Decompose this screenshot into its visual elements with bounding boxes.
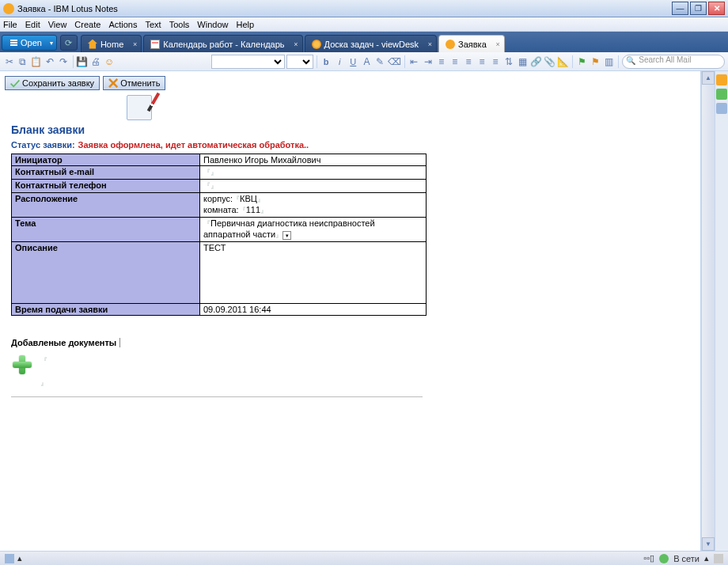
copy-icon[interactable]: ⧉ [17, 55, 28, 69]
tab-calendar[interactable]: Календарь работ - Календарь× [143, 35, 302, 52]
board-icon [312, 40, 321, 49]
font-select[interactable] [211, 55, 285, 69]
scroll-down-icon[interactable]: ▼ [702, 537, 715, 551]
divider [11, 396, 423, 397]
numbering-icon[interactable]: ≡ [449, 55, 461, 69]
window-title: Заявка - IBM Lotus Notes [17, 4, 672, 13]
bullets-icon[interactable]: ≡ [435, 55, 447, 69]
close-button[interactable]: ✕ [708, 2, 725, 15]
phone-label: Контактный телефон [12, 180, 200, 193]
attachment-placeholder: 『』 [36, 354, 47, 389]
initiator-label: Инициатор [12, 154, 200, 166]
attach-icon[interactable]: 📎 [544, 55, 555, 69]
indent-left-icon[interactable]: ⇤ [408, 55, 420, 69]
rss-icon[interactable] [716, 74, 727, 85]
form-title: Бланк заявки [11, 123, 689, 136]
print-icon[interactable]: 🖨 [90, 55, 102, 69]
paste-icon[interactable]: 📋 [30, 55, 42, 69]
align-right-icon[interactable]: ≡ [490, 55, 502, 69]
menu-file[interactable]: File [3, 20, 17, 29]
search-input[interactable]: Search All Mail [622, 55, 725, 69]
table-icon[interactable]: ▦ [517, 55, 529, 69]
redo-icon[interactable]: ↷ [57, 55, 69, 69]
cancel-button[interactable]: Отменить [103, 76, 165, 90]
subject-field[interactable]: 『Первичная диагностика неисправностей ап… [200, 218, 427, 242]
more-icon[interactable]: ▥ [603, 55, 615, 69]
menu-edit[interactable]: Edit [25, 20, 40, 29]
link-icon[interactable]: 🔗 [530, 55, 542, 69]
sametime-icon[interactable] [716, 89, 727, 100]
menu-view[interactable]: View [48, 20, 67, 29]
scroll-up-icon[interactable]: ▲ [702, 71, 715, 85]
menu-help[interactable]: Help [236, 20, 254, 29]
tab-home[interactable]: Home× [81, 35, 142, 52]
tab-taskboard[interactable]: Доска задач - viewDesk× [305, 35, 437, 52]
indent-right-icon[interactable]: ⇥ [422, 55, 434, 69]
smiley-icon[interactable]: ☺ [104, 55, 116, 69]
menu-tools[interactable]: Tools [169, 20, 190, 29]
phone-field[interactable]: 『』 [200, 180, 427, 193]
form-header-icon [127, 95, 152, 120]
spacing-icon[interactable]: ⇅ [503, 55, 515, 69]
tray-icon[interactable] [714, 554, 723, 563]
font-color-icon[interactable]: A [361, 55, 373, 69]
bold-icon[interactable]: b [320, 55, 332, 69]
add-attachment-button[interactable] [11, 354, 33, 376]
home-icon [88, 40, 97, 49]
ruler-icon[interactable]: 📐 [557, 55, 569, 69]
description-field[interactable]: ТЕСТ [200, 242, 427, 304]
menu-actions[interactable]: Actions [108, 20, 137, 29]
align-center-icon[interactable]: ≡ [476, 55, 487, 69]
initiator-value: Павленко Игорь Михайлович [200, 154, 427, 166]
presence-icon [659, 554, 669, 563]
network-status: В сети [673, 554, 700, 563]
doc-icon [446, 40, 455, 49]
tab-close-icon[interactable]: × [496, 40, 500, 48]
status-arrow-2[interactable]: ▴ [704, 553, 709, 563]
cancel-icon [108, 78, 118, 88]
italic-icon[interactable]: i [334, 55, 346, 69]
undo-icon[interactable]: ↶ [44, 55, 55, 69]
content-area: Сохранить заявку Отменить Бланк заявки С… [0, 71, 701, 551]
menu-window[interactable]: Window [197, 20, 228, 29]
email-field[interactable]: 『』 [200, 166, 427, 180]
email-label: Контактный e-mail [12, 166, 200, 180]
size-select[interactable] [286, 55, 313, 69]
status-line: Статус заявки: Заявка оформлена, идет ав… [11, 138, 689, 150]
vertical-scrollbar[interactable]: ▲ ▼ [701, 71, 715, 551]
toolbar: ✂ ⧉ 📋 ↶ ↷ 💾 🖨 ☺ b i U A ✎ ⌫ ⇤ ⇥ ≡ ≡ ≡ ≡ … [0, 52, 728, 71]
align-left-icon[interactable]: ≡ [462, 55, 474, 69]
maximize-button[interactable]: ❐ [690, 2, 707, 15]
minimize-button[interactable]: — [672, 2, 688, 15]
tab-request[interactable]: Заявка× [438, 35, 505, 52]
cut-icon[interactable]: ✂ [3, 55, 15, 69]
flag-green-icon[interactable]: ⚑ [576, 55, 588, 69]
dropdown-icon[interactable]: ▾ [282, 231, 291, 240]
status-arrow[interactable]: ▴ [17, 553, 22, 563]
open-button[interactable]: Open [2, 35, 57, 51]
highlight-icon[interactable]: ✎ [374, 55, 386, 69]
side-panel [715, 71, 728, 551]
tab-close-icon[interactable]: × [133, 40, 137, 48]
flag-orange-icon[interactable]: ⚑ [590, 55, 601, 69]
calendar-icon [150, 40, 160, 49]
tab-close-icon[interactable]: × [428, 40, 432, 48]
location-label: Расположение [12, 193, 200, 218]
description-label: Описание [12, 242, 200, 304]
calendar-panel-icon[interactable] [716, 103, 727, 114]
location-field[interactable]: корпус:『КВЦ』 комната:『111』 [200, 193, 427, 218]
underline-icon[interactable]: U [347, 55, 359, 69]
status-label: Статус заявки: [11, 140, 75, 150]
tab-close-icon[interactable]: × [294, 40, 298, 48]
signal-icon: ▫▫▯ [643, 553, 654, 563]
save-icon[interactable]: 💾 [76, 55, 88, 69]
attachments-title: Добавленые документы [11, 338, 120, 347]
refresh-button[interactable]: ⟳ [60, 35, 78, 51]
app-icon [3, 3, 14, 14]
request-form-table: Инициатор Павленко Игорь Михайлович Конт… [11, 154, 427, 316]
clear-format-icon[interactable]: ⌫ [388, 55, 401, 69]
menu-create[interactable]: Create [74, 20, 100, 29]
subject-label: Тема [12, 218, 200, 242]
save-request-button[interactable]: Сохранить заявку [5, 76, 100, 90]
menu-text[interactable]: Text [145, 20, 161, 29]
